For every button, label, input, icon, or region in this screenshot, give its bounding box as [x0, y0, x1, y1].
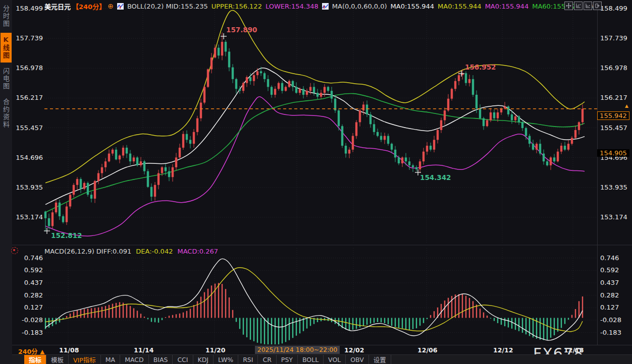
x-axis-date-label: 11/20 [205, 346, 225, 354]
macd-axis-label-left: -0.183 [14, 329, 43, 336]
toolbar-item-bias[interactable]: BIAS [149, 355, 173, 364]
macd-axis-label-left: 0.746 [14, 254, 43, 262]
boll-upper-value: UPPER:156.122 [212, 3, 262, 10]
x-axis-date-label: 12/12 [493, 346, 513, 354]
macd-axis-label-right: 0.592 [600, 266, 619, 274]
ma0-white-value: MA0:155.944 [391, 3, 435, 10]
macd-dea-value: DEA:-0.042 [136, 248, 173, 255]
price-annotation: 154.342 [420, 173, 451, 181]
ma0-yellow-value: MA0:155.944 [438, 3, 482, 10]
price-axis-label-right: 156.978 [600, 64, 627, 72]
toolbar-item-psy[interactable]: PSY [277, 355, 298, 364]
toolbar-item-kdj[interactable]: KDJ [193, 355, 214, 364]
ma-params: MA(0,0,0,60,0,0) [332, 3, 387, 10]
period-title: 【240分】 [72, 2, 106, 11]
macd-axis-label-right: 0.282 [600, 291, 619, 299]
toolbar-item-vol[interactable]: VOL [324, 355, 346, 364]
reference-price-tag: 154.905 [597, 149, 629, 157]
toolbar-item-cr[interactable]: CR [258, 355, 276, 364]
toolbar-item-rsi[interactable]: RSI [238, 355, 258, 364]
price-axis-label-left: 155.457 [14, 124, 43, 132]
macd-indicator-settings-icon[interactable] [11, 247, 18, 254]
toolbar-item-lw[interactable]: LW% [214, 355, 238, 364]
scale-left-axis-icon[interactable] [574, 2, 583, 10]
symbol-title: 美元日元 [44, 2, 71, 11]
macd-axis-label-left: -0.028 [14, 316, 43, 324]
trading-app-window: 分时图K线图闪电图合约资料 美元日元 【240分】 ⊕ BOLL(20,2) M… [0, 0, 632, 364]
toolbar-item-cci[interactable]: CCI [173, 355, 193, 364]
ma-indicator-icon [322, 3, 329, 10]
macd-axis-label-left: 0.437 [14, 279, 43, 286]
toolbar-item-templates[interactable]: 模板 [46, 355, 69, 364]
macd-header: MACD(26,12,9) DIFF:0.091 DEA:-0.042 MACD… [44, 248, 218, 255]
macd-axis-label-right: -0.183 [600, 329, 621, 336]
toolbar-item-indicators[interactable]: 指标 [24, 355, 46, 364]
macd-axis-label-left: 0.592 [14, 266, 43, 274]
price-axis-label-left: 156.978 [14, 64, 43, 72]
x-axis-date-label: 12/06 [417, 346, 437, 354]
boll-values: BOLL(20,2) MID:155.235 [127, 3, 208, 10]
price-annotation: 156.952 [465, 63, 496, 71]
price-annotation: 152.812 [51, 231, 82, 239]
macd-axis-label-right: 0.746 [600, 254, 619, 262]
pan-icon[interactable] [564, 2, 573, 10]
export-icon[interactable] [593, 2, 602, 10]
boll-lower-value: LOWER:154.348 [266, 3, 319, 10]
add-favorite-icon[interactable]: ⊕ [108, 2, 114, 10]
latest-price-arrow-icon[interactable]: ▲ [625, 104, 628, 108]
price-axis-label-left: 157.739 [14, 34, 43, 42]
price-axis-label-right: 158.499 [600, 5, 627, 12]
macd-axis-label-right: -0.028 [600, 316, 621, 324]
macd-params-diff: MACD(26,12,9) DIFF:0.091 [44, 248, 131, 255]
price-axis-label-left: 156.217 [14, 94, 43, 101]
candlestick-chart[interactable] [0, 0, 632, 364]
bottom-toolbar: 指标模板VIP指标MAMACDBIASCCIKDJLW%RSICRPSYBOLL… [12, 354, 632, 364]
selected-bar-datetime: 2025/11/24 18:00~22:00 一 [255, 346, 340, 354]
macd-axis-label-right: 0.437 [600, 279, 619, 286]
macd-axis-label-right: 0.127 [600, 304, 619, 311]
ma0-magenta-value: MA0:155.944 [485, 3, 529, 10]
macd-axis-label-left: 0.127 [14, 304, 43, 311]
current-price-tag: 155.942 [597, 111, 629, 120]
macd-value: MACD:0.267 [177, 248, 218, 255]
price-axis-label-left: 158.499 [14, 5, 43, 12]
toolbar-item-boll[interactable]: BOLL [298, 355, 324, 364]
x-axis-date-label: 11/08 [59, 346, 79, 354]
toolbar-item-设置[interactable]: 设置 [369, 355, 391, 364]
price-axis-label-right: 157.739 [600, 34, 627, 42]
price-axis-label-right: 153.174 [600, 213, 627, 221]
toolbar-item-macd[interactable]: MACD [120, 355, 148, 364]
toolbar-item-obv[interactable]: OBV [346, 355, 369, 364]
toolbar-item-ma[interactable]: MA [101, 355, 120, 364]
chart-header: 美元日元 【240分】 ⊕ BOLL(20,2) MID:155.235 UPP… [44, 2, 600, 11]
macd-axis-label-left: 0.282 [14, 291, 43, 299]
x-axis-date-label: 12/02 [344, 346, 364, 354]
price-axis-label-left: 153.174 [14, 213, 43, 221]
x-axis-date-label: 11/14 [134, 346, 153, 354]
price-annotation: 157.890 [226, 26, 257, 34]
price-axis-label-right: 156.217 [600, 94, 627, 101]
price-axis-label-right: 153.935 [600, 184, 627, 191]
scale-right-axis-icon[interactable] [584, 2, 592, 10]
price-axis-label-left: 153.935 [14, 184, 43, 191]
price-axis-label-left: 154.696 [14, 154, 43, 161]
boll-indicator-icon [117, 3, 124, 10]
chart-toolbar-icons [564, 2, 602, 10]
price-axis-label-right: 155.457 [600, 124, 627, 132]
toolbar-item-vip-indicators[interactable]: VIP指标 [69, 355, 101, 364]
